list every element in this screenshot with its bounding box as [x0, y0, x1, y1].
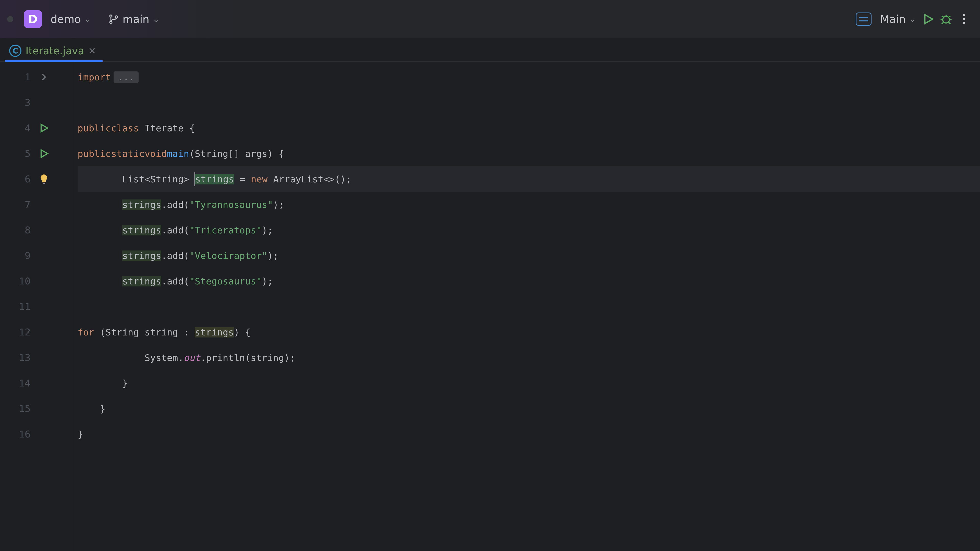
folded-region[interactable]: ... — [114, 71, 138, 83]
svg-point-6 — [963, 22, 965, 24]
code-line: public static void main(String[] args) { — [78, 141, 980, 166]
java-class-icon: C — [9, 44, 21, 57]
code-line: } — [78, 370, 980, 396]
code-line: strings.add("Stegosaurus"); — [78, 268, 980, 294]
line-number: 13 — [0, 352, 30, 363]
svg-rect-7 — [43, 183, 45, 184]
gutter[interactable]: 1 3 4 5 6 7 8 9 10 11 12 13 14 15 — [0, 62, 74, 551]
code-line: import... — [78, 64, 980, 90]
run-gutter-icon[interactable] — [30, 148, 74, 159]
more-button[interactable] — [955, 10, 973, 28]
fold-toggle[interactable] — [30, 71, 74, 83]
line-number: 1 — [0, 71, 30, 83]
svg-point-1 — [110, 21, 112, 24]
file-tab[interactable]: C Iterate.java ✕ — [5, 41, 103, 62]
line-number: 3 — [0, 97, 30, 108]
debug-button[interactable] — [937, 10, 955, 28]
line-number: 12 — [0, 327, 30, 338]
code-line: } — [78, 421, 980, 447]
git-branch-icon — [108, 14, 119, 24]
svg-point-2 — [115, 16, 118, 18]
code-line: for (String string : strings) { — [78, 319, 980, 345]
run-gutter-icon[interactable] — [30, 122, 74, 134]
line-number: 15 — [0, 403, 30, 414]
line-number: 8 — [0, 224, 30, 236]
branch-name: main — [123, 13, 149, 25]
project-name: demo — [51, 13, 81, 25]
svg-point-0 — [110, 15, 112, 17]
play-icon — [921, 13, 935, 26]
code-line: strings.add("Velociraptor"); — [78, 243, 980, 268]
chevron-down-icon: ⌄ — [153, 15, 159, 24]
code-line: public class Iterate { — [78, 115, 980, 141]
project-selector[interactable]: demo ⌄ — [47, 11, 94, 27]
line-number: 14 — [0, 378, 30, 389]
code-line — [78, 294, 980, 319]
code-line: strings.add("Tyrannosaurus"); — [78, 192, 980, 218]
run-config-name: Main — [880, 13, 906, 25]
line-number: 16 — [0, 429, 30, 440]
code-line: } — [78, 396, 980, 421]
svg-point-4 — [963, 14, 965, 17]
chevron-down-icon: ⌄ — [84, 15, 91, 24]
run-config-icon — [856, 13, 872, 26]
close-tab-icon[interactable]: ✕ — [88, 46, 96, 56]
code-line-active: List<String> strings = new ArrayList<>()… — [78, 166, 980, 192]
run-button[interactable] — [919, 10, 937, 28]
line-number: 4 — [0, 122, 30, 134]
code-line: System.out.println(string); — [78, 345, 980, 370]
top-toolbar: D demo ⌄ main ⌄ Main ⌄ — [0, 0, 980, 38]
code-editor[interactable]: 1 3 4 5 6 7 8 9 10 11 12 13 14 15 — [0, 62, 980, 551]
editor-tabs: C Iterate.java ✕ — [0, 38, 980, 62]
kebab-icon — [957, 13, 970, 26]
project-badge[interactable]: D — [24, 10, 42, 28]
line-number: 5 — [0, 148, 30, 159]
code-line: strings.add("Triceratops"); — [78, 218, 980, 243]
code-line — [78, 90, 980, 115]
line-number: 11 — [0, 301, 30, 312]
code-area[interactable]: import... public class Iterate { public … — [74, 62, 980, 551]
branch-selector[interactable]: main ⌄ — [105, 11, 163, 27]
intention-bulb-icon[interactable] — [30, 173, 74, 185]
line-number: 6 — [0, 173, 30, 185]
svg-point-3 — [943, 16, 950, 23]
run-config-selector[interactable]: Main ⌄ — [852, 11, 919, 28]
svg-point-5 — [963, 18, 965, 21]
line-number: 10 — [0, 275, 30, 287]
chevron-down-icon: ⌄ — [909, 15, 916, 24]
line-number: 9 — [0, 250, 30, 261]
bug-icon — [939, 13, 953, 26]
tab-filename: Iterate.java — [25, 45, 84, 57]
window-control[interactable] — [7, 16, 13, 22]
line-number: 7 — [0, 199, 30, 210]
